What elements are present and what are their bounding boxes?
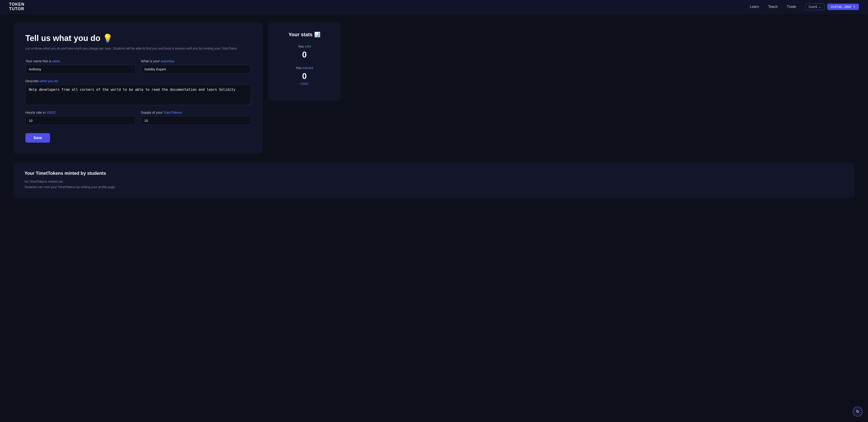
form-group-name: Your name has a value bbox=[25, 59, 135, 73]
timetokens-card: Your TimetTokens minted by students No T… bbox=[13, 163, 855, 198]
form-row-name-expertise: Your name has a value What is your exper… bbox=[25, 59, 251, 73]
name-label-prefix: Your name has a bbox=[25, 59, 52, 63]
bottom-section: Your TimetTokens minted by students No T… bbox=[0, 163, 868, 207]
hourly-label: Hourly rate in USDC bbox=[25, 110, 135, 114]
stats-earned-label: You earned bbox=[276, 66, 333, 70]
wallet-chevron-icon: ▼ bbox=[853, 5, 855, 8]
save-button[interactable]: Save bbox=[25, 133, 50, 142]
description-label-highlight: what you do bbox=[40, 79, 58, 83]
name-label: Your name has a value bbox=[25, 59, 135, 63]
nav-teach[interactable]: Teach bbox=[768, 5, 778, 9]
logo-line1: TOKEN bbox=[9, 2, 25, 7]
timetokens-line1: No TimetTokens minted yet. bbox=[25, 179, 843, 185]
nav-learn[interactable]: Learn bbox=[750, 5, 759, 9]
name-label-highlight: value bbox=[52, 59, 60, 63]
expertise-label: What is your expertise bbox=[141, 59, 251, 63]
expertise-label-highlight: expertise bbox=[161, 59, 175, 63]
form-row-rate-supply: Hourly rate in USDC Supply of your Tutor… bbox=[25, 110, 251, 125]
expertise-label-prefix: What is your bbox=[141, 59, 161, 63]
stats-earned-highlight: earned bbox=[302, 66, 313, 70]
supply-input[interactable] bbox=[141, 116, 251, 125]
stats-title-icon: 📊 bbox=[314, 32, 320, 38]
stats-earned-prefix: You bbox=[296, 66, 302, 70]
form-subtitle: Let us know what you do and how much you… bbox=[25, 46, 251, 51]
description-label-prefix: Describe bbox=[25, 79, 40, 83]
stats-sold-value: 0 bbox=[276, 50, 333, 60]
refresh-icon: ↻ bbox=[856, 409, 859, 414]
logo-line2: TUTOR bbox=[9, 7, 25, 11]
hourly-input[interactable] bbox=[25, 116, 135, 125]
nav-trade[interactable]: Trade bbox=[787, 5, 796, 9]
form-group-description: Describe what you do Help developers fro… bbox=[25, 79, 251, 105]
description-textarea[interactable]: Help developers from all corners of the … bbox=[25, 85, 251, 105]
name-input[interactable] bbox=[25, 65, 135, 73]
teach-form-card: Tell us what you do 💡 Let us know what y… bbox=[13, 23, 263, 154]
chevron-down-icon: ⌄ bbox=[818, 5, 821, 9]
hourly-label-prefix: Hourly rate in bbox=[25, 110, 46, 114]
wallet-button[interactable]: 0×674d...28d2 ▼ bbox=[827, 4, 859, 10]
supply-label-prefix: Supply of your bbox=[141, 110, 163, 114]
navbar: TOKEN TUTOR Learn Teach Trade Goerli ⌄ 0… bbox=[0, 0, 868, 13]
stats-card: Your stats 📊 You sold 0 You earned 0 USD… bbox=[268, 23, 341, 101]
stats-sold: You sold 0 bbox=[276, 44, 333, 60]
description-label: Describe what you do bbox=[25, 79, 251, 83]
nav-links: Learn Teach Trade bbox=[750, 5, 796, 9]
floating-refresh-button[interactable]: ↻ bbox=[852, 407, 863, 417]
form-group-supply: Supply of your TutorTokens bbox=[141, 110, 251, 125]
stats-sold-highlight: sold bbox=[305, 44, 311, 48]
timetokens-title: Your TimetTokens minted by students bbox=[25, 171, 843, 176]
supply-label-highlight: TutorTokens bbox=[163, 110, 182, 114]
navbar-right: Goerli ⌄ 0×674d...28d2 ▼ bbox=[805, 3, 859, 10]
form-group-hourly: Hourly rate in USDC bbox=[25, 110, 135, 125]
supply-label: Supply of your TutorTokens bbox=[141, 110, 251, 114]
stats-sold-label: You sold bbox=[276, 44, 333, 48]
main-content: Tell us what you do 💡 Let us know what y… bbox=[0, 13, 868, 163]
stats-earned-value: 0 bbox=[276, 71, 333, 81]
stats-sold-prefix: You bbox=[298, 44, 304, 48]
stats-earned: You earned 0 USDC bbox=[276, 66, 333, 85]
hourly-label-highlight: USDC bbox=[46, 110, 56, 114]
form-group-expertise: What is your expertise bbox=[141, 59, 251, 73]
stats-title: Your stats 📊 bbox=[276, 32, 333, 38]
stats-title-text: Your stats bbox=[288, 32, 313, 38]
network-button[interactable]: Goerli ⌄ bbox=[805, 3, 825, 10]
network-label: Goerli bbox=[809, 5, 817, 9]
wallet-address: 0×674d...28d2 bbox=[831, 5, 851, 9]
timetokens-line2: Students can mint your TimetTokens by vi… bbox=[25, 185, 843, 190]
form-title: Tell us what you do 💡 bbox=[25, 33, 251, 43]
expertise-input[interactable] bbox=[141, 65, 251, 73]
logo[interactable]: TOKEN TUTOR bbox=[9, 2, 25, 11]
stats-earned-currency: USDC bbox=[276, 82, 333, 85]
